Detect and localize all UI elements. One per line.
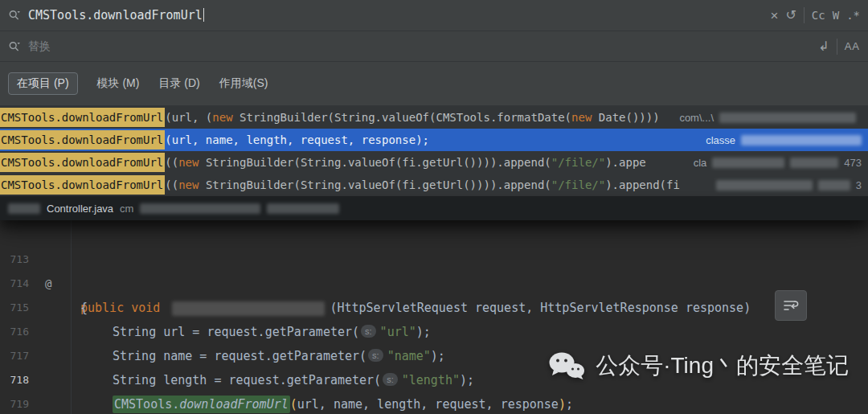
text-caret	[203, 8, 204, 22]
code-line-717[interactable]: 717 String length = request.getParameter…	[0, 320, 868, 344]
filter-in-project[interactable]: 在项目 (P)	[8, 72, 78, 95]
redacted-path	[818, 180, 850, 191]
file-name: Controller.java	[47, 203, 113, 215]
match-highlight: CMSTools.downloadFromUrl	[0, 153, 165, 172]
toolbar-separator	[804, 7, 805, 23]
regex-toggle[interactable]: .*	[846, 10, 860, 21]
code-line-715[interactable]: 715 String url = request.getParameter(s:…	[0, 272, 868, 296]
watermark-text: 公众号·Ting丶的安全笔记	[596, 350, 849, 381]
watermark: 公众号·Ting丶的安全笔记	[547, 350, 849, 381]
search-history-icon[interactable]: ↺	[785, 9, 796, 22]
match-highlight: CMSTools.downloadFromUrl	[0, 108, 165, 127]
code-line-716[interactable]: 716 String name = request.getParameter(s…	[0, 296, 868, 320]
code-line-720[interactable]: 720	[0, 392, 868, 414]
search-result-row-selected[interactable]: CMSTools.downloadFromUrl (url, name, len…	[0, 129, 868, 151]
result-file-bar[interactable]: Controller.java cm	[0, 196, 868, 220]
search-result-row[interactable]: CMSTools.downloadFromUrl (url, (new Stri…	[0, 106, 868, 129]
replace-bar: 替换 ↲ AA	[0, 31, 868, 62]
search-results-list: CMSTools.downloadFromUrl (url, (new Stri…	[0, 106, 868, 196]
match-highlight: CMSTools.downloadFromUrl	[0, 175, 165, 195]
search-bar: CMSTools.downloadFromUrl × ↺ Cc W .*	[0, 0, 868, 31]
redacted-path	[140, 203, 260, 214]
clear-search-icon[interactable]: ×	[771, 9, 779, 23]
search-result-row[interactable]: CMSTools.downloadFromUrl ((new StringBui…	[0, 151, 868, 174]
ide-window: 713 @ public void (HttpServletRequest re…	[0, 0, 868, 414]
soft-wrap-icon	[782, 297, 800, 314]
replace-arrow-icon[interactable]: ↲	[818, 40, 829, 53]
redacted-path	[712, 158, 784, 168]
redacted-path	[267, 203, 339, 214]
search-icon	[8, 9, 21, 22]
redacted-file-prefix	[8, 203, 40, 214]
code-line-713[interactable]: 713 @ public void (HttpServletRequest re…	[0, 223, 868, 248]
filter-scope[interactable]: 作用域(S)	[219, 76, 268, 91]
redacted-path	[790, 158, 838, 168]
replace-history-icon	[8, 40, 21, 53]
match-case-toggle[interactable]: Cc	[812, 10, 825, 21]
soft-wrap-button[interactable]	[775, 290, 807, 321]
preserve-case-toggle[interactable]: AA	[845, 41, 860, 51]
result-location: 3	[716, 174, 862, 196]
whole-words-toggle[interactable]: W	[833, 10, 839, 21]
filter-module[interactable]: 模块 (M)	[97, 76, 140, 91]
wechat-icon	[547, 350, 586, 381]
match-highlight: CMSTools.downloadFromUrl	[0, 130, 165, 150]
code-lines: 713 @ public void (HttpServletRequest re…	[0, 223, 868, 414]
redacted-path	[716, 180, 813, 191]
result-location: com\...\	[679, 106, 862, 129]
scope-filter-row: 在项目 (P) 模块 (M) 目录 (D) 作用域(S)	[0, 62, 868, 106]
file-context: cm	[120, 203, 133, 215]
code-line-714[interactable]: 714 {	[0, 248, 868, 272]
redacted-path	[741, 135, 862, 146]
result-location: classe	[706, 129, 862, 151]
result-line-number: 3	[856, 179, 862, 191]
result-line-number: 473	[844, 157, 862, 169]
find-in-files-popup: CMSTools.downloadFromUrl × ↺ Cc W .* 替换 …	[0, 0, 868, 220]
result-location: cla 473	[694, 151, 862, 174]
search-input[interactable]: CMSTools.downloadFromUrl	[28, 8, 204, 23]
filter-directory[interactable]: 目录 (D)	[158, 76, 199, 91]
toolbar-separator	[837, 39, 837, 55]
replace-input[interactable]: 替换	[28, 39, 51, 54]
search-result-row[interactable]: CMSTools.downloadFromUrl ((new StringBui…	[0, 174, 868, 196]
redacted-path	[719, 113, 856, 123]
